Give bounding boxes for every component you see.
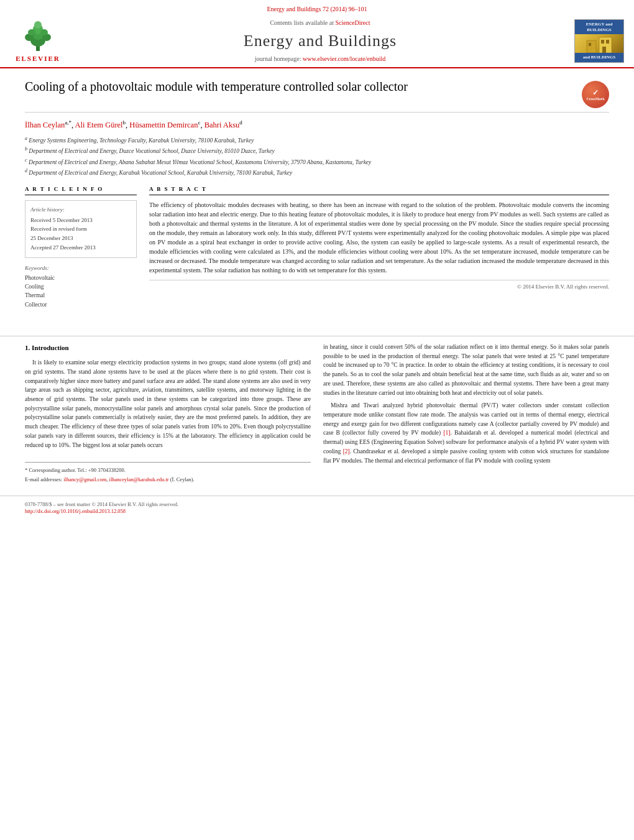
affiliations: a Energy Systems Engineering, Technology…	[25, 135, 609, 178]
logo-image	[575, 34, 623, 53]
elsevier-tree-icon	[19, 19, 57, 53]
journal-header-inner: ELSEVIER Contents lists available at Sci…	[0, 16, 634, 67]
article-title-section: Cooling of a photovoltaic module with te…	[25, 78, 609, 113]
affil-a: a Energy Systems Engineering, Technology…	[25, 135, 609, 145]
abstract-heading: A B S T R A C T	[149, 185, 609, 196]
author-gurel[interactable]: Ali Etem Gürel	[75, 121, 123, 130]
article-info-abstract: A R T I C L E I N F O Article history: R…	[25, 185, 609, 310]
abstract-col: A B S T R A C T The efficiency of photov…	[149, 185, 609, 310]
buildings-icon	[584, 34, 615, 53]
affil-c: c Department of Electrical and Energy, A…	[25, 157, 609, 167]
affil-d: d Department of Electrical and Energy, K…	[25, 167, 609, 177]
journal-homepage: journal homepage: www.elsevier.com/locat…	[66, 55, 574, 63]
keyword-3: Thermal	[25, 292, 137, 300]
body-content: 1. Introduction It is likely to examine …	[0, 343, 634, 496]
accepted-date: Accepted 27 December 2013	[30, 244, 131, 252]
sciencedirect-link[interactable]: ScienceDirect	[335, 19, 370, 26]
doi-link[interactable]: http://dx.doi.org/10.1016/j.enbuild.2013…	[25, 508, 126, 514]
affil-b: b Department of Electrical and Energy, D…	[25, 145, 609, 155]
author-demircan[interactable]: Hüsamettin Demircan	[129, 121, 198, 130]
body-para-right-1: in heating, since it could convert 50% o…	[323, 343, 609, 397]
keyword-4: Collector	[25, 301, 137, 309]
ref-2[interactable]: [2]	[343, 448, 350, 455]
article-title: Cooling of a photovoltaic module with te…	[25, 78, 408, 95]
received-revised-label: Received in revised form	[30, 225, 131, 233]
abstract-text: The efficiency of photovoltaic modules d…	[149, 200, 609, 275]
journal-title: Energy and Buildings	[66, 30, 574, 52]
footer-issn: 0378-7788/$ – see front matter © 2014 El…	[25, 501, 609, 509]
author-ceylan[interactable]: İlhan Ceylan	[25, 121, 65, 130]
logo-top-text: ENERGY and BUILDINGS	[575, 20, 623, 34]
solar-radiation-text: the solar radiation	[425, 344, 468, 350]
footnote-section: * Corresponding author. Tel.: +90 370433…	[25, 462, 311, 484]
energy-buildings-logo: ENERGY and BUILDINGS and BUILDINGS	[574, 19, 624, 63]
received-date: Received 5 December 2013	[30, 216, 131, 224]
copyright-line: © 2014 Elsevier B.V. All rights reserved…	[149, 280, 609, 291]
email-link-1[interactable]: ilhancy@gmail.com	[63, 476, 106, 482]
svg-rect-12	[601, 40, 604, 44]
article-info-heading: A R T I C L E I N F O	[25, 185, 137, 196]
elsevier-wordmark: ELSEVIER	[16, 54, 60, 63]
keywords-section: Keywords: Photovoltaic Cooling Thermal C…	[25, 264, 137, 309]
body-col-right: in heating, since it could convert 50% o…	[323, 343, 609, 486]
footer-info: 0378-7788/$ – see front matter © 2014 El…	[0, 496, 634, 521]
journal-header: Energy and Buildings 72 (2014) 96–101 EL…	[0, 0, 634, 68]
article-info-col: A R T I C L E I N F O Article history: R…	[25, 185, 137, 310]
body-para-right-2: Mishra and Tiwari analyzed hybrid photov…	[323, 401, 609, 465]
keywords-label: Keywords:	[25, 264, 137, 272]
footnote-email: E-mail addresses: ilhancy@gmail.com, ilh…	[25, 476, 311, 484]
footnote-star: * Corresponding author. Tel.: +90 370433…	[25, 466, 311, 474]
crossmark-badge[interactable]: ✓ CrossMark	[582, 81, 609, 108]
logo-bottom-text: and BUILDINGS	[575, 53, 623, 63]
svg-point-8	[40, 29, 48, 35]
revised-date: 25 December 2013	[30, 234, 131, 242]
article-history-box: Article history: Received 5 December 201…	[25, 200, 137, 258]
footer-doi: http://dx.doi.org/10.1016/j.enbuild.2013…	[25, 508, 609, 515]
svg-point-4	[34, 21, 42, 29]
journal-volume-ref: Energy and Buildings 72 (2014) 96–101	[0, 5, 634, 14]
history-label: Article history:	[30, 206, 131, 214]
article-content: Cooling of a photovoltaic module with te…	[0, 68, 634, 330]
svg-rect-9	[587, 40, 596, 53]
homepage-url[interactable]: www.elsevier.com/locate/enbuild	[303, 55, 385, 62]
email-link-2[interactable]: ilhanceylan@karabuk.edu.tr	[109, 476, 169, 482]
body-col-left: 1. Introduction It is likely to examine …	[25, 343, 311, 486]
section1-title: 1. Introduction	[25, 343, 311, 353]
body-divider	[0, 336, 634, 336]
body-para-1: It is likely to examine solar energy ele…	[25, 358, 311, 450]
svg-point-7	[28, 29, 35, 35]
svg-rect-11	[589, 43, 591, 46]
elsevier-logo: ELSEVIER	[10, 19, 66, 63]
svg-rect-14	[602, 47, 606, 53]
author-aksu[interactable]: Bahri Aksu	[204, 121, 240, 130]
svg-rect-13	[606, 40, 609, 44]
keyword-2: Cooling	[25, 283, 137, 291]
authors-line: İlhan Ceylana,*, Ali Etem Gürelb, Hüsame…	[25, 119, 609, 131]
keyword-1: Photovoltaic	[25, 274, 137, 282]
ref-1[interactable]: [1]	[443, 430, 450, 436]
journal-center: Contents lists available at ScienceDirec…	[66, 19, 574, 63]
contents-available-text: Contents lists available at ScienceDirec…	[66, 19, 574, 27]
